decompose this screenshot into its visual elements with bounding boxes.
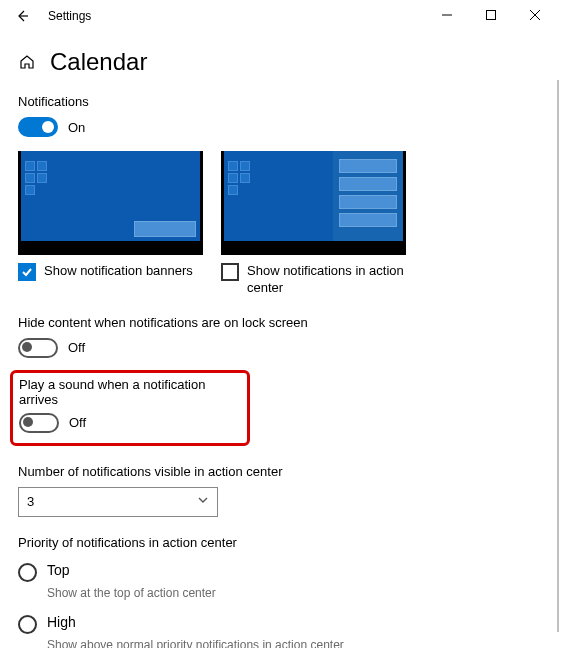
hide-content-toggle[interactable] bbox=[18, 338, 58, 358]
play-sound-label: Play a sound when a notification arrives bbox=[19, 377, 241, 407]
play-sound-state: Off bbox=[69, 415, 86, 430]
hide-content-label: Hide content when notifications are on l… bbox=[18, 315, 543, 330]
show-banners-label: Show notification banners bbox=[44, 263, 193, 280]
action-center-preview[interactable] bbox=[221, 151, 406, 255]
page-header: Calendar bbox=[18, 48, 543, 76]
num-visible-select[interactable]: 3 bbox=[18, 487, 218, 517]
banner-preview[interactable] bbox=[18, 151, 203, 255]
page-title: Calendar bbox=[50, 48, 147, 76]
priority-label-high: High bbox=[47, 614, 76, 630]
show-action-center-label: Show notifications in action center bbox=[247, 263, 406, 297]
window-controls bbox=[425, 0, 557, 30]
notifications-toggle-state: On bbox=[68, 120, 85, 135]
priority-radio-group: Top Show at the top of action center Hig… bbox=[18, 562, 543, 648]
home-icon[interactable] bbox=[18, 53, 36, 71]
chevron-down-icon bbox=[197, 494, 209, 509]
notifications-label: Notifications bbox=[18, 94, 543, 109]
play-sound-toggle[interactable] bbox=[19, 413, 59, 433]
content: Calendar Notifications On Sh bbox=[0, 32, 561, 648]
scrollbar[interactable] bbox=[557, 80, 559, 632]
show-action-center-checkbox[interactable] bbox=[221, 263, 239, 281]
priority-desc-high: Show above normal priority notifications… bbox=[47, 638, 543, 648]
window-title: Settings bbox=[48, 9, 91, 23]
back-button[interactable] bbox=[10, 4, 34, 28]
svg-rect-1 bbox=[487, 11, 496, 20]
num-visible-label: Number of notifications visible in actio… bbox=[18, 464, 543, 479]
close-button[interactable] bbox=[513, 0, 557, 30]
num-visible-value: 3 bbox=[27, 494, 34, 509]
priority-label: Priority of notifications in action cent… bbox=[18, 535, 543, 550]
priority-radio-high[interactable] bbox=[18, 615, 37, 634]
priority-radio-top[interactable] bbox=[18, 563, 37, 582]
notifications-toggle[interactable] bbox=[18, 117, 58, 137]
preview-row: Show notification banners bbox=[18, 151, 543, 297]
highlighted-setting: Play a sound when a notification arrives… bbox=[10, 370, 250, 446]
priority-desc-top: Show at the top of action center bbox=[47, 586, 543, 600]
priority-label-top: Top bbox=[47, 562, 70, 578]
hide-content-state: Off bbox=[68, 340, 85, 355]
minimize-button[interactable] bbox=[425, 0, 469, 30]
maximize-button[interactable] bbox=[469, 0, 513, 30]
show-banners-checkbox[interactable] bbox=[18, 263, 36, 281]
